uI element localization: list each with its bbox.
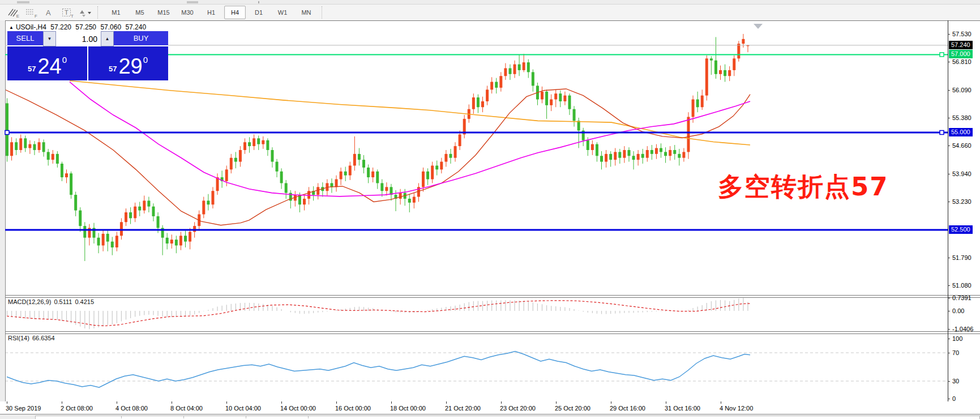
price-tick <box>948 202 950 202</box>
timeframe-m1-button[interactable]: M1 <box>105 6 127 19</box>
price-tick <box>948 34 950 35</box>
timeframe-h1-button[interactable]: H1 <box>200 6 222 19</box>
svg-text:T: T <box>65 9 69 16</box>
price-tick <box>948 118 950 118</box>
scroll-to-end-icon[interactable] <box>754 24 763 29</box>
time-tick-label: 10 Oct 04:00 <box>225 405 261 412</box>
macd-axis-tick <box>948 329 950 330</box>
text-label-icon: T <box>71 14 74 19</box>
price-tick-label: 51.080 <box>952 282 972 289</box>
text-button[interactable]: A <box>40 6 57 19</box>
time-tick-label: 16 Oct 00:00 <box>335 405 371 412</box>
svg-text:A: A <box>46 8 51 17</box>
level-price-chip: 52.500 <box>949 225 973 234</box>
timeframe-d1-button[interactable]: D1 <box>248 6 269 19</box>
symbol-period: USOil-,H4 <box>16 23 46 31</box>
time-tick <box>556 401 557 404</box>
rsi-axis-label: 100 <box>952 335 962 342</box>
rsi-axis-label: 30 <box>952 378 959 384</box>
price-tick-label: 55.380 <box>952 114 972 121</box>
toolbar-separator <box>97 6 101 19</box>
quote-line: ▲USOil-,H4 57.220 57.250 57.060 57.240 <box>9 23 148 31</box>
volume-input[interactable] <box>56 31 101 46</box>
timeframe-m30-button[interactable]: M30 <box>177 6 198 19</box>
time-tick-label: 29 Oct 16:00 <box>610 405 645 412</box>
time-tick-label: 14 Oct 00:00 <box>280 405 316 412</box>
macd-main-value: 0.5111 <box>54 298 72 305</box>
time-tick <box>281 401 282 404</box>
time-tick <box>611 401 611 404</box>
clipped-tick <box>246 416 246 418</box>
arrows-button[interactable] <box>76 6 93 19</box>
price-tick-label: 54.660 <box>952 142 972 149</box>
sell-price-handle: 57 <box>28 65 36 73</box>
pane-separator[interactable] <box>5 334 980 334</box>
time-tick <box>172 401 172 404</box>
volume-decrease-button[interactable]: ▼ <box>43 31 56 46</box>
clipped-tick <box>121 416 122 418</box>
rsi-axis-label: 0 <box>952 395 956 402</box>
current-price-chip: 57.240 <box>949 41 973 49</box>
time-axis[interactable]: 30 Sep 20192 Oct 08:004 Oct 08:008 Oct 0… <box>0 401 980 414</box>
buy-price-big-digits: 29 <box>118 57 142 76</box>
text-label-button[interactable]: TT <box>58 6 75 19</box>
rsi-indicator-label: RSI(14)66.6354 <box>8 335 58 341</box>
timeframe-group: M1M5M15M30H1H4D1W1MN <box>104 6 318 19</box>
clipped-tick <box>183 416 184 418</box>
sell-price-pip: 0 <box>62 55 67 65</box>
chart-window: ▲USOil-,H4 57.220 57.250 57.060 57.240 S… <box>0 20 980 419</box>
price-axis-border <box>948 20 948 414</box>
macd-indicator-label: MACD(12,26,9)0.51110.4215 <box>8 298 97 305</box>
clipped-tick <box>308 416 309 418</box>
time-tick-label: 23 Oct 20:00 <box>500 405 536 412</box>
pane-top-border <box>5 20 980 21</box>
price-tick <box>948 285 950 286</box>
drawing-and-timeframe-toolbar: EFATT M1M5M15M30H1H4D1W1MN <box>0 5 980 21</box>
timeframe-h4-button[interactable]: H4 <box>224 6 246 19</box>
rsi-axis-label: 70 <box>952 349 959 356</box>
price-tick-label: 56.090 <box>952 87 972 93</box>
buy-price-handle: 57 <box>109 65 117 73</box>
pane-separator[interactable] <box>5 297 980 298</box>
rsi-axis-tick <box>948 399 950 399</box>
fibonacci-retracement-icon: F <box>35 14 37 19</box>
sell-price-big-digits: 24 <box>37 57 61 76</box>
one-click-trading-panel: SELL ▼ ▲ BUY 57 24 0 57 29 0 <box>7 31 168 80</box>
drawing-tools-group: EFATT <box>3 6 94 19</box>
timeframe-m5-button[interactable]: M5 <box>129 6 151 19</box>
time-tick <box>446 401 447 404</box>
timeframe-mn-button[interactable]: MN <box>296 6 317 19</box>
clipped-separator <box>258 1 259 3</box>
price-tick-label: 56.810 <box>952 58 972 65</box>
time-tick <box>501 401 502 404</box>
volume-increase-button[interactable]: ▲ <box>101 31 114 46</box>
macd-axis-label: 0.7391 <box>952 294 972 301</box>
buy-button[interactable]: BUY <box>114 31 168 46</box>
pane-separator[interactable] <box>5 295 980 296</box>
equidistant-channel-icon: E <box>16 14 19 19</box>
sell-price[interactable]: 57 24 0 <box>7 46 87 80</box>
time-tick <box>391 401 392 404</box>
sell-button[interactable]: SELL <box>7 31 43 46</box>
macd-axis-tick <box>948 311 950 311</box>
equidistant-channel-button[interactable]: E <box>4 6 21 19</box>
time-tick <box>666 401 666 404</box>
mt4-terminal: EFATT M1M5M15M30H1H4D1W1MN ▲USOil-,H4 57… <box>0 0 980 419</box>
fibonacci-retracement-button[interactable]: F <box>22 6 39 19</box>
time-tick-label: 31 Oct 16:00 <box>665 405 700 412</box>
time-tick-label: 18 Oct 00:00 <box>390 405 426 412</box>
time-tick-label: 4 Oct 08:00 <box>115 405 148 412</box>
timeframe-m15-button[interactable]: M15 <box>153 6 174 19</box>
clipped-panel-band <box>35 416 980 419</box>
time-tick <box>7 401 7 404</box>
clipped-icon <box>17 1 29 3</box>
timeframe-w1-button[interactable]: W1 <box>272 6 293 19</box>
time-tick <box>336 401 337 404</box>
buy-price[interactable]: 57 29 0 <box>88 46 168 80</box>
buy-price-pip: 0 <box>143 55 148 65</box>
pane-separator[interactable] <box>5 331 980 332</box>
quote-open: 57.220 <box>50 23 71 31</box>
macd-signal-value: 0.4215 <box>75 298 94 305</box>
price-tick-label: 53.230 <box>952 198 972 205</box>
rsi-value: 66.6354 <box>32 335 55 341</box>
